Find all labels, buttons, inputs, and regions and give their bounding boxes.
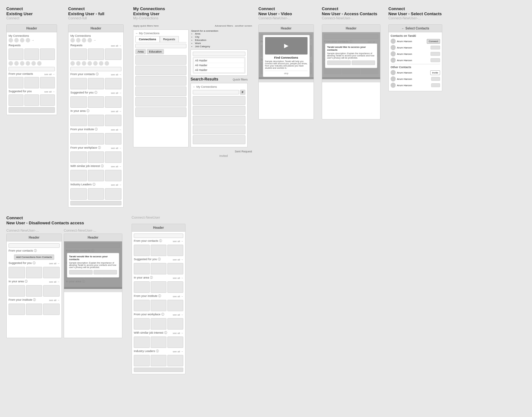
dis1-fc-label: From your contacts ⓘ <box>9 249 37 253</box>
area-c-3 <box>105 115 121 126</box>
area-filter-btn[interactable]: Area <box>135 49 146 54</box>
taraki-contact-3: Arum Haroon <box>391 51 440 56</box>
arrow-more: → <box>31 39 34 42</box>
req-avatars-full <box>70 61 121 66</box>
contact-name-1: Arum Haroon <box>397 40 412 43</box>
play-icon[interactable]: ▶ <box>284 42 289 49</box>
other-avatar-3 <box>391 83 396 88</box>
connect-placeholder-4[interactable] <box>431 58 440 62</box>
connect-btn-1[interactable]: Connect <box>427 39 440 44</box>
ind-see-all[interactable]: see all → <box>111 183 121 186</box>
inst-see-all[interactable]: see all → <box>111 128 121 131</box>
back-nav-mc1[interactable]: ← My Connections <box>135 32 186 35</box>
search-input-full[interactable] <box>70 67 121 71</box>
na-area-sa[interactable]: see all → <box>173 277 183 279</box>
section-new-user-select: Connect New User - Select Contacts Conne… <box>388 6 444 208</box>
dis1-area-cards <box>9 285 60 297</box>
suggestion-2[interactable]: Ali Haider <box>194 63 244 67</box>
tab-requests[interactable]: Requests <box>160 36 179 42</box>
tab-connections[interactable]: Connections <box>135 36 160 42</box>
search-input-existing[interactable] <box>9 67 55 71</box>
section-subtitle-5: Connect-NewUser-... <box>322 16 382 20</box>
modal-title: Find Connections <box>265 56 308 59</box>
na-inst-label: From your institute ⓘ <box>134 294 161 298</box>
frame-select-contacts: ← Select Contacts Contacts on Taraki Aru… <box>388 24 442 91</box>
na-fc-sa-2[interactable]: see all → <box>173 240 183 243</box>
video-overlay: ▶ Find Connections Sample description: T… <box>258 32 314 79</box>
suggestion-3[interactable]: Ali Haider <box>194 68 244 72</box>
sr-search-input[interactable] <box>193 90 239 94</box>
ind-c-3 <box>105 188 121 200</box>
area-see-all[interactable]: see all → <box>111 110 121 113</box>
section-new-user-access: Connect New User - Access Contacts Conne… <box>322 6 382 208</box>
dis1-search[interactable] <box>9 243 60 248</box>
na-inst-sa[interactable]: see all → <box>173 295 183 298</box>
sug-see-all[interactable]: see all → <box>111 92 121 94</box>
suggestion-1[interactable]: Ali Haider <box>194 58 244 63</box>
req-avatar-2 <box>14 61 19 66</box>
int-c-1 <box>70 170 87 181</box>
section-title-2: Connect Existing User - full <box>68 6 127 16</box>
sug-cards-full <box>70 96 121 108</box>
inst-c-3 <box>105 133 121 144</box>
dis1-sug-sa[interactable]: see all → <box>49 262 60 265</box>
dis1-inst-sa[interactable]: see all → <box>49 299 60 302</box>
na-search-input[interactable] <box>134 234 183 238</box>
video-player[interactable]: ▶ <box>265 37 308 55</box>
modal-desc: Sample description: Taraki will help you… <box>265 60 308 69</box>
invite-btn-1[interactable]: Invite <box>430 70 440 75</box>
na-ind-sa[interactable]: see all → <box>173 350 183 353</box>
see-all-suggested[interactable]: see all → <box>44 90 55 93</box>
na-work-sa[interactable]: see all → <box>173 313 183 316</box>
bottom-row: Connect New User - Disallowed Contacts a… <box>6 215 187 374</box>
my-connections-frames: ← My Connections Connections Requests Ar… <box>133 29 252 147</box>
dis2-btn-2[interactable] <box>94 270 117 274</box>
mc-avatars-full: → <box>70 38 121 42</box>
contact-left-4: Arum Haroon <box>391 58 412 63</box>
skip-btn[interactable]: skip <box>265 71 308 75</box>
institute-label-full: From your institute ⓘ <box>70 127 98 132</box>
req-see-all-full[interactable]: see all → <box>111 44 121 47</box>
na-ind-row: Industry Leaders ⓘ see all → <box>134 349 183 354</box>
ind-c-1 <box>70 188 87 200</box>
filter-badge[interactable]: F <box>240 90 246 95</box>
na-int-sa[interactable]: see all → <box>173 332 183 335</box>
invite-placeholder-2[interactable] <box>431 77 440 81</box>
na-sug-sa-2[interactable]: see all → <box>173 258 183 261</box>
fc-c-1 <box>70 78 87 89</box>
mc-search-input[interactable] <box>135 44 186 48</box>
req-avatar-4 <box>26 61 30 66</box>
dis2-btn-1[interactable] <box>69 270 93 274</box>
dis2-modal-title: Taraki would like to access your contact… <box>69 255 117 261</box>
na-inst-c-3 <box>167 300 183 311</box>
section-title-4: Connect New User - Video <box>258 6 315 16</box>
int-cards-full <box>70 170 121 181</box>
r-card-2 <box>88 48 104 60</box>
institute-row-full: From your institute ⓘ see all → <box>70 127 121 132</box>
my-connections-avatars: → <box>9 38 55 42</box>
section-title-7: Connect New User - Disallowed Contacts a… <box>6 215 125 225</box>
sr-item-5 <box>193 135 245 144</box>
access-btn-2[interactable] <box>352 61 375 65</box>
section-label-disallowed: Connect New User - Disallowed Contacts a… <box>6 215 125 225</box>
dis1-area-sa[interactable]: see all → <box>49 280 60 283</box>
fc-see-all[interactable]: see all → <box>111 73 121 76</box>
add-connections-btn[interactable]: Add Connections from Contacts <box>14 254 54 260</box>
dis1-sug-label: Suggested for you ⓘ <box>9 261 36 265</box>
see-all-contacts[interactable]: see all → <box>44 73 55 76</box>
contacts-cards <box>9 77 55 88</box>
connect-placeholder-3[interactable] <box>431 52 440 56</box>
education-filter-btn[interactable]: Education <box>147 49 164 54</box>
na-inst-row: From your institute ⓘ see all → <box>134 294 183 299</box>
invite-placeholder-3[interactable] <box>431 83 440 87</box>
work-see-all[interactable]: see all → <box>111 147 121 150</box>
int-see-all[interactable]: see all → <box>111 165 121 168</box>
section-subtitle-3: My-Connections <box>133 16 252 20</box>
back-nav-sr[interactable]: ← My Connections <box>193 85 245 88</box>
search-active-input[interactable] <box>193 52 245 56</box>
na-int-label: With similar job interest ⓘ <box>134 331 167 335</box>
frame-no-access: Header From your contacts ⓘ see all → Su… <box>132 224 185 374</box>
connect-placeholder-2[interactable] <box>431 46 440 49</box>
dis2-modal-desc: Sample description: Explain the importan… <box>69 262 117 268</box>
access-btn-1[interactable] <box>327 61 351 65</box>
